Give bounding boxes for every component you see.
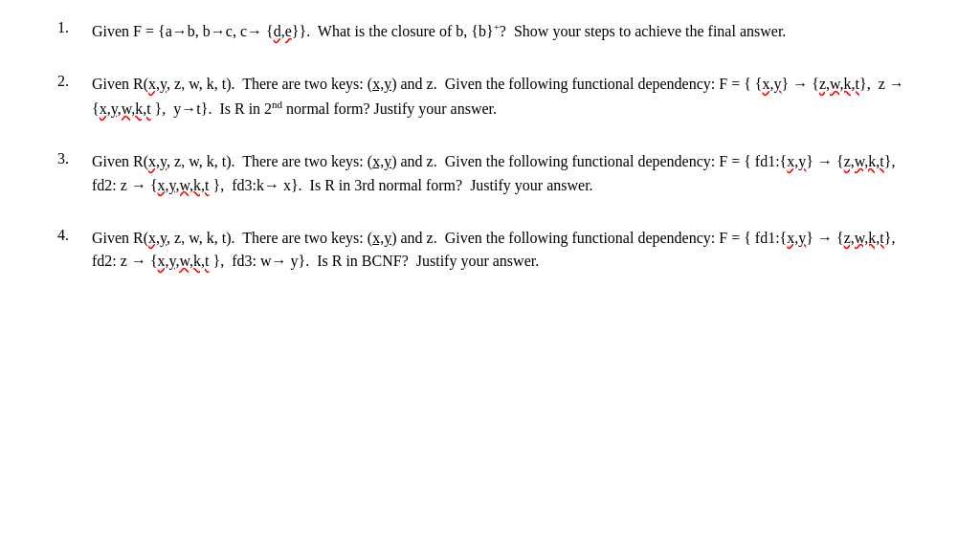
- question-body-3: Given R(x,y, z, w, k, t). There are two …: [92, 150, 923, 198]
- question-body-1: Given F = {a→b, b→c, c→ {d,e}}. What is …: [92, 19, 923, 44]
- question-number-1: 1.: [57, 19, 92, 36]
- question-number-4: 4.: [57, 227, 92, 244]
- question-item-1: 1.Given F = {a→b, b→c, c→ {d,e}}. What i…: [57, 19, 923, 44]
- question-item-4: 4.Given R(x,y, z, w, k, t). There are tw…: [57, 227, 923, 275]
- question-number-3: 3.: [57, 150, 92, 167]
- question-body-4: Given R(x,y, z, w, k, t). There are two …: [92, 227, 923, 275]
- question-item-3: 3.Given R(x,y, z, w, k, t). There are tw…: [57, 150, 923, 198]
- question-list: 1.Given F = {a→b, b→c, c→ {d,e}}. What i…: [57, 19, 923, 274]
- question-number-2: 2.: [57, 73, 92, 90]
- question-body-2: Given R(x,y, z, w, k, t). There are two …: [92, 73, 923, 122]
- question-item-2: 2.Given R(x,y, z, w, k, t). There are tw…: [57, 73, 923, 122]
